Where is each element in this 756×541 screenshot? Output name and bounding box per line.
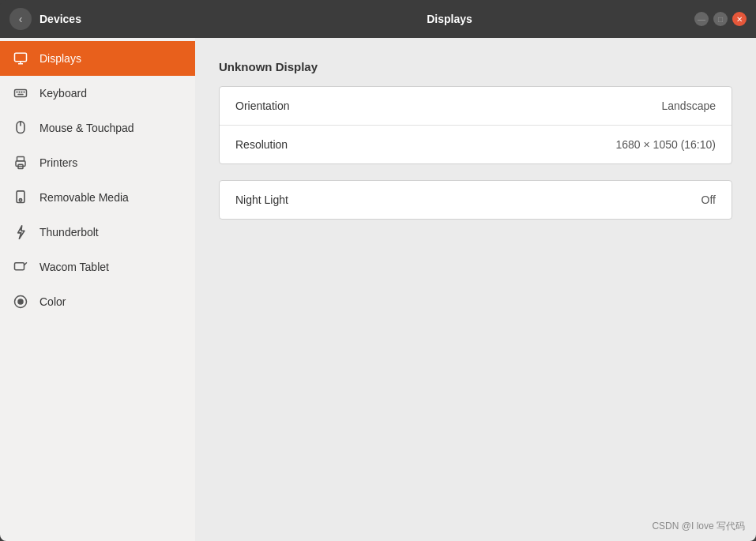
svg-point-20 xyxy=(18,299,23,304)
orientation-row[interactable]: Orientation Landscape xyxy=(220,87,732,126)
svg-rect-17 xyxy=(15,263,24,270)
app-window: ‹ Devices Displays — □ ✕ D xyxy=(0,0,756,541)
orientation-label: Orientation xyxy=(235,100,289,112)
display-section-title: Unknown Display xyxy=(219,60,732,73)
svg-rect-0 xyxy=(15,53,27,62)
maximize-button[interactable]: □ xyxy=(713,12,728,26)
sidebar-label-color: Color xyxy=(39,295,66,308)
sidebar-label-thunderbolt: Thunderbolt xyxy=(39,226,99,239)
svg-marker-16 xyxy=(18,226,24,239)
sidebar-item-wacom[interactable]: Wacom Tablet xyxy=(0,250,195,284)
main-content: Unknown Display Orientation Landscape Re… xyxy=(195,38,756,541)
thunderbolt-icon xyxy=(13,224,28,240)
content-area: Displays Keyboard Mouse & Touchpad Print… xyxy=(0,38,756,541)
sidebar-label-keyboard: Keyboard xyxy=(39,87,87,100)
keyboard-icon xyxy=(13,85,28,101)
night-light-label: Night Light xyxy=(235,193,288,206)
sidebar-label-removable: Removable Media xyxy=(39,191,129,204)
close-icon: ✕ xyxy=(736,15,743,24)
sidebar-item-color[interactable]: Color xyxy=(0,284,195,319)
back-icon: ‹ xyxy=(19,13,23,25)
night-light-row: Night Light Off xyxy=(220,181,732,219)
night-light-value: Off xyxy=(701,193,716,206)
sidebar-label-printers: Printers xyxy=(39,156,77,169)
sidebar-item-keyboard[interactable]: Keyboard xyxy=(0,76,195,111)
display-settings-card: Orientation Landscape Resolution 1680 × … xyxy=(219,86,732,164)
mouse-icon xyxy=(13,120,28,136)
svg-rect-11 xyxy=(17,157,24,161)
orientation-value: Landscape xyxy=(661,100,716,112)
sidebar-item-displays[interactable]: Displays xyxy=(0,41,195,76)
removable-icon xyxy=(13,190,28,205)
main-title: Displays xyxy=(427,13,472,25)
titlebar-right: — □ ✕ xyxy=(694,12,747,26)
minimize-button[interactable]: — xyxy=(694,12,709,26)
sidebar-label-mouse: Mouse & Touchpad xyxy=(39,122,134,134)
resolution-row[interactable]: Resolution 1680 × 1050 (16:10) xyxy=(220,126,732,163)
night-light-card[interactable]: Night Light Off xyxy=(219,180,732,220)
section-title: Devices xyxy=(39,13,81,25)
color-icon xyxy=(13,294,28,310)
display-icon xyxy=(13,51,28,66)
titlebar-left: ‹ Devices xyxy=(9,8,205,30)
sidebar-item-thunderbolt[interactable]: Thunderbolt xyxy=(0,215,195,250)
sidebar: Displays Keyboard Mouse & Touchpad Print… xyxy=(0,38,195,541)
svg-point-15 xyxy=(19,199,21,201)
sidebar-label-displays: Displays xyxy=(39,52,81,65)
maximize-icon: □ xyxy=(718,15,723,24)
printer-icon xyxy=(13,155,28,171)
close-button[interactable]: ✕ xyxy=(732,12,747,26)
resolution-label: Resolution xyxy=(235,138,288,151)
back-button[interactable]: ‹ xyxy=(9,8,32,30)
minimize-icon: — xyxy=(698,15,705,24)
sidebar-item-printers[interactable]: Printers xyxy=(0,145,195,180)
sidebar-item-removable[interactable]: Removable Media xyxy=(0,180,195,215)
titlebar: ‹ Devices Displays — □ ✕ xyxy=(0,0,756,38)
svg-rect-3 xyxy=(15,90,27,97)
resolution-value: 1680 × 1050 (16:10) xyxy=(616,138,717,151)
wacom-icon xyxy=(13,259,28,275)
titlebar-center: Displays xyxy=(205,12,694,26)
sidebar-label-wacom: Wacom Tablet xyxy=(39,261,109,273)
sidebar-item-mouse[interactable]: Mouse & Touchpad xyxy=(0,111,195,145)
svg-rect-12 xyxy=(16,161,25,167)
